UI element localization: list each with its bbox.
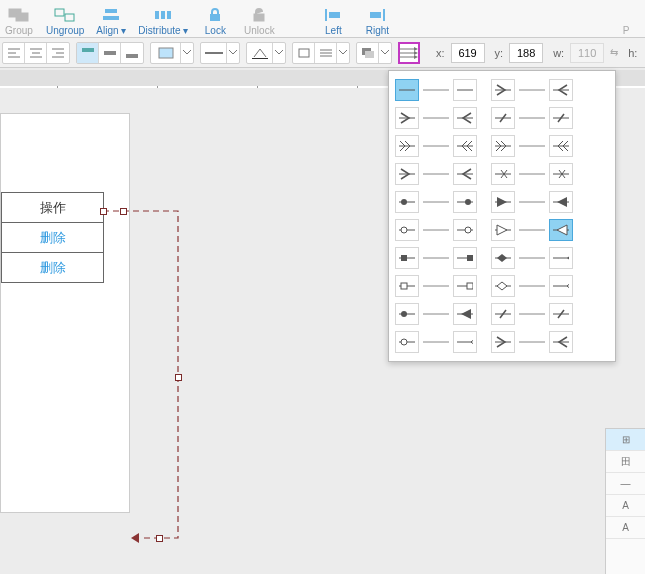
arrow-end-tri[interactable] xyxy=(453,303,477,325)
svg-rect-18 xyxy=(159,48,173,58)
table-shape[interactable]: 操作 删除 删除 xyxy=(1,192,104,283)
arrow-end-osq[interactable] xyxy=(395,275,419,297)
arrow-style-row xyxy=(395,135,477,157)
arrow-end-dopen[interactable] xyxy=(491,135,515,157)
arrow-end-otri[interactable] xyxy=(491,219,515,241)
page[interactable]: 操作 删除 删除 xyxy=(0,113,130,513)
arrow-end-sq[interactable] xyxy=(395,247,419,269)
ungroup-button[interactable]: Ungroup xyxy=(46,0,84,36)
svg-rect-16 xyxy=(104,51,116,55)
arrow-end-open[interactable] xyxy=(491,331,515,353)
arrow-end-dopen[interactable] xyxy=(453,135,477,157)
side-item[interactable]: 田 xyxy=(606,451,645,473)
arrow-end-open[interactable] xyxy=(395,107,419,129)
arrow-end-odot[interactable] xyxy=(453,219,477,241)
valign-top-button[interactable] xyxy=(77,43,99,63)
arrow-line-icon xyxy=(517,254,547,262)
arrow-end-tri[interactable] xyxy=(491,191,515,213)
group-icon xyxy=(8,6,30,24)
arrow-end-tri[interactable] xyxy=(549,191,573,213)
arrow-style-row xyxy=(395,79,477,101)
arrow-style-row xyxy=(395,107,477,129)
group-button[interactable]: Group xyxy=(2,0,36,36)
arrow-end-none[interactable] xyxy=(453,79,477,101)
y-input[interactable] xyxy=(509,43,543,63)
arrow-end-open[interactable] xyxy=(549,331,573,353)
arrow-end-cross[interactable] xyxy=(549,163,573,185)
arrow-end-dia[interactable] xyxy=(491,247,515,269)
snap-right-button[interactable]: Right xyxy=(360,0,394,36)
arrow-end-none[interactable] xyxy=(395,79,419,101)
valign-bottom-button[interactable] xyxy=(121,43,143,63)
side-item[interactable]: A xyxy=(606,495,645,517)
align-menu[interactable]: Align ▾ xyxy=(94,0,128,36)
distribute-menu[interactable]: Distribute ▾ xyxy=(138,0,188,36)
arrow-end-slash[interactable] xyxy=(491,303,515,325)
h-label: h: xyxy=(628,47,637,59)
line-style-picker[interactable] xyxy=(200,42,240,64)
border-2[interactable] xyxy=(315,43,337,63)
handle[interactable] xyxy=(120,208,127,215)
arrow-end-osq[interactable] xyxy=(453,275,477,297)
arrow-end-otri[interactable] xyxy=(549,219,573,241)
arrow-end-open[interactable] xyxy=(395,163,419,185)
fill-color-picker[interactable] xyxy=(150,42,194,64)
handle[interactable] xyxy=(175,374,182,381)
svg-rect-52 xyxy=(401,283,407,289)
align-icon xyxy=(102,6,120,24)
handle[interactable] xyxy=(100,208,107,215)
unlock-button[interactable]: Unlock xyxy=(242,0,276,36)
side-item[interactable]: — xyxy=(606,473,645,495)
arrow-line-icon xyxy=(517,282,547,290)
arrow-end-dia[interactable] xyxy=(549,247,573,269)
lock-button[interactable]: Lock xyxy=(198,0,232,36)
side-item[interactable]: ⊞ xyxy=(606,429,645,451)
side-item[interactable]: A xyxy=(606,517,645,539)
line-color-picker[interactable] xyxy=(246,42,286,64)
arrow-end-dopen[interactable] xyxy=(395,135,419,157)
align-center-button[interactable] xyxy=(25,43,47,63)
table-row[interactable]: 删除 xyxy=(2,223,104,253)
handle[interactable] xyxy=(156,535,163,542)
snap-left-button[interactable]: Left xyxy=(316,0,350,36)
p-button[interactable]: P xyxy=(609,0,643,36)
arrow-end-dot[interactable] xyxy=(395,191,419,213)
arrow-end-dot[interactable] xyxy=(395,303,419,325)
arrow-style-row xyxy=(491,219,573,241)
snap-right-icon xyxy=(368,6,386,24)
connector-end-arrow[interactable] xyxy=(131,533,139,543)
table-row[interactable]: 删除 xyxy=(2,253,104,283)
arrow-style-row xyxy=(491,331,573,353)
arrow-end-odot[interactable] xyxy=(395,331,419,353)
arrow-end-odot[interactable] xyxy=(395,219,419,241)
arrow-line-icon xyxy=(421,282,451,290)
link-dim-icon[interactable]: ⇆ xyxy=(610,47,618,58)
arrow-end-slash[interactable] xyxy=(549,107,573,129)
arrow-end-odia[interactable] xyxy=(549,275,573,297)
arrow-end-odia[interactable] xyxy=(491,275,515,297)
arrow-end-sq[interactable] xyxy=(453,247,477,269)
svg-rect-17 xyxy=(126,54,138,58)
svg-rect-55 xyxy=(467,283,473,289)
arrow-end-dot[interactable] xyxy=(453,191,477,213)
shadow-picker[interactable] xyxy=(356,42,392,64)
x-input[interactable] xyxy=(451,43,485,63)
arrow-line-icon xyxy=(517,226,547,234)
arrow-line-icon xyxy=(421,198,451,206)
arrow-end-cross[interactable] xyxy=(491,163,515,185)
arrow-end-slash[interactable] xyxy=(549,303,573,325)
arrow-end-open[interactable] xyxy=(549,79,573,101)
arrow-line-icon xyxy=(421,142,451,150)
align-left-button[interactable] xyxy=(3,43,25,63)
arrow-end-open[interactable] xyxy=(491,79,515,101)
arrow-end-open[interactable] xyxy=(453,107,477,129)
arrow-end-slash[interactable] xyxy=(491,107,515,129)
border-1[interactable] xyxy=(293,43,315,63)
arrow-end-open[interactable] xyxy=(453,163,477,185)
arrow-end-odia[interactable] xyxy=(453,331,477,353)
arrow-end-dopen[interactable] xyxy=(549,135,573,157)
valign-middle-button[interactable] xyxy=(99,43,121,63)
arrow-style-button[interactable] xyxy=(398,42,420,64)
arrow-style-row xyxy=(395,219,477,241)
align-right-button[interactable] xyxy=(47,43,69,63)
